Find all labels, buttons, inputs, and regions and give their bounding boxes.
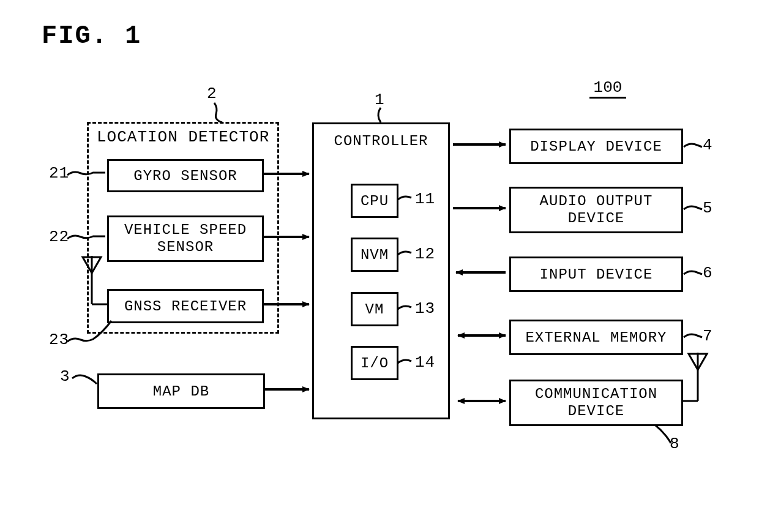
communication-device-ref: 8: [670, 435, 680, 453]
gnss-receiver-ref: 23: [49, 331, 69, 349]
nvm-label: NVM: [361, 247, 389, 263]
vm-box: VM: [351, 292, 398, 326]
input-device-label: INPUT DEVICE: [540, 266, 653, 283]
communication-device-label: COMMUNICATIONDEVICE: [535, 386, 657, 419]
external-memory-ref: 7: [703, 327, 713, 345]
vm-label: VM: [365, 301, 384, 318]
io-box: I/O: [351, 346, 398, 380]
map-db-ref: 3: [60, 367, 70, 386]
vehicle-speed-sensor-box: VEHICLE SPEEDSENSOR: [107, 215, 264, 262]
cpu-box: CPU: [351, 184, 398, 218]
gnss-receiver-box: GNSS RECEIVER: [107, 289, 264, 323]
gnss-receiver-label: GNSS RECEIVER: [124, 298, 247, 315]
audio-output-device-label: AUDIO OUTPUTDEVICE: [540, 193, 653, 227]
display-device-box: DISPLAY DEVICE: [509, 129, 683, 164]
diagram-canvas: FIG. 1 100 LOCATION DETECTOR GYRO SENSOR…: [0, 0, 759, 532]
map-db-label: MAP DB: [153, 383, 209, 400]
audio-output-device-box: AUDIO OUTPUTDEVICE: [509, 187, 683, 233]
cpu-ref: 11: [415, 190, 435, 208]
audio-output-device-ref: 5: [703, 199, 713, 217]
io-ref: 14: [415, 353, 435, 372]
cpu-label: CPU: [361, 193, 389, 209]
nvm-box: NVM: [351, 238, 398, 272]
io-label: I/O: [361, 355, 389, 372]
controller-ref: 1: [375, 91, 385, 109]
input-device-ref: 6: [703, 264, 713, 282]
gyro-sensor-label: GYRO SENSOR: [133, 168, 237, 184]
nvm-ref: 12: [415, 245, 435, 263]
antenna-icon: [682, 353, 707, 401]
gyro-sensor-box: GYRO SENSOR: [107, 159, 264, 192]
display-device-label: DISPLAY DEVICE: [530, 138, 662, 155]
vm-ref: 13: [415, 299, 435, 318]
location-detector-title: LOCATION DETECTOR: [97, 128, 269, 146]
vehicle-speed-sensor-label: VEHICLE SPEEDSENSOR: [124, 222, 247, 255]
controller-title: CONTROLLER: [334, 133, 428, 149]
external-memory-label: EXTERNAL MEMORY: [525, 329, 667, 346]
map-db-box: MAP DB: [97, 373, 265, 409]
vehicle-speed-sensor-ref: 22: [49, 228, 69, 246]
input-device-box: INPUT DEVICE: [509, 257, 683, 292]
communication-device-box: COMMUNICATIONDEVICE: [509, 380, 683, 426]
system-ref: 100: [589, 78, 626, 99]
location-detector-ref: 2: [207, 84, 217, 103]
gyro-sensor-ref: 21: [49, 164, 69, 182]
figure-title: FIG. 1: [42, 21, 141, 51]
display-device-ref: 4: [703, 136, 713, 154]
external-memory-box: EXTERNAL MEMORY: [509, 320, 683, 355]
